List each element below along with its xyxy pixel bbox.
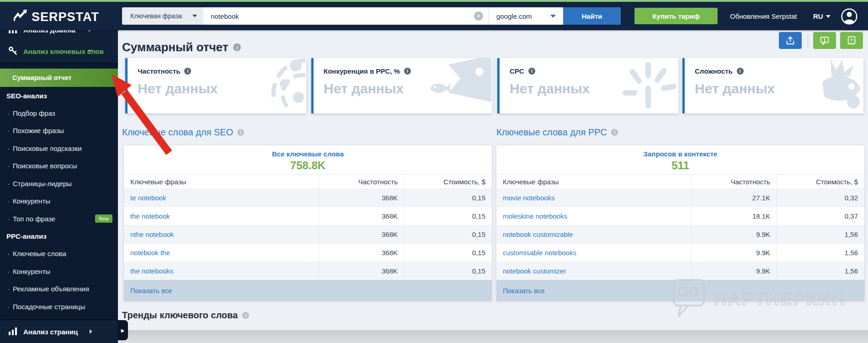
sidebar-item-label: Рекламные объявления [13,285,89,293]
sidebar-item-page-analysis[interactable]: Анализ страниц [0,319,118,343]
table-row: moleskine notebooks18.1K0,37 [496,207,864,225]
serpstat-logo[interactable]: SERPSTAT [13,9,99,25]
bullet: · [7,162,10,170]
sidebar-item[interactable]: ·Похожие фразы [0,122,118,140]
sidebar-item[interactable]: ·Ключевые слова [0,245,118,263]
info-icon[interactable]: i [233,43,241,51]
metric-card: ЧастотностьiНет данных [125,58,306,113]
keyword-phrase-link[interactable]: moleskine notebooks [503,212,567,220]
table-row: nthe notebook368K0,15 [124,225,492,243]
table-row: notebook customizable9.9K1,56 [496,225,864,243]
table-row: notebook customizer9.9K1,56 [496,262,864,280]
keyword-phrase-link[interactable]: the notebook [130,212,170,220]
sidebar-section-title: PPC-анализ [0,228,118,245]
info-icon[interactable]: i [242,312,249,319]
metric-card: СложностьiНет данных [682,58,863,113]
sidebar-item-label: Ключевые слова [13,250,66,257]
keyword-analysis-submenu: Суммарный отчет SEO-анализ·Подбор фраз·П… [0,63,118,319]
frequency-value: 368K [382,249,398,257]
seo-keywords-table: Все ключевые слова758.8KКлючевые фразыЧа… [124,145,492,301]
card-label: Сложность [695,67,733,75]
keyword-phrase-link[interactable]: notebook customizable [503,230,573,238]
main-content: Суммарный отчет i ? ЧастотностьiНет данн… [118,30,868,343]
page-title-row: Суммарный отчет i [122,40,241,54]
card-value: Нет данных [138,81,218,96]
key-icon [8,46,17,57]
buy-plan-button[interactable]: Купить тариф [634,8,718,24]
sidebar-item[interactable]: ·Топ по фразеNew [0,210,118,228]
export-button[interactable] [779,32,802,49]
show-all-link[interactable]: Показать все [130,287,172,295]
table-row: movie notebooks27.1K0,32 [496,188,864,207]
search-engine-dropdown[interactable]: google.com [489,7,563,25]
top-header: SERPSTAT Ключевая фраза ✕ google.com Най… [0,2,868,30]
search-type-label: Ключевая фраза [130,12,182,20]
frequency-value: 9.9K [756,230,770,238]
info-icon[interactable]: i [611,129,618,136]
language-switcher[interactable]: RU [813,12,831,20]
info-icon[interactable]: i [184,68,191,75]
help-button[interactable]: ? [840,32,863,49]
sidebar-item-label: Топ по фразе [13,215,55,223]
search-input[interactable] [203,7,489,25]
sidebar-sections: SEO-анализ·Подбор фраз·Похожие фразы·Пои… [0,87,118,316]
sidebar-item[interactable]: ·Конкуренты [0,263,118,280]
cost-value: 0,37 [845,212,858,220]
keyword-phrase-link[interactable]: notebook the [130,249,170,257]
keyword-phrase-link[interactable]: notebook customizer [503,267,566,275]
search-bar: Ключевая фраза ✕ google.com Найти [122,7,621,25]
sidebar-item-summary-report[interactable]: Суммарный отчет [0,69,118,87]
summary-label-link[interactable]: Все ключевые слова [124,150,492,158]
sidebar-item[interactable]: ·Поисковые вопросы [0,157,118,175]
info-icon[interactable]: i [404,68,411,75]
language-label: RU [813,12,823,20]
card-value: Нет данных [324,81,404,96]
sidebar-item[interactable]: ·Поисковые подсказки [0,139,118,157]
card-label: Частотность [138,67,180,75]
clear-search-icon[interactable]: ✕ [474,11,483,21]
bar-chart-icon [8,327,17,337]
search-type-dropdown[interactable]: Ключевая фраза [122,7,203,25]
info-icon[interactable]: i [528,68,535,75]
bullet: · [7,197,10,205]
profile-avatar[interactable] [841,8,857,25]
bullet: · [7,285,10,293]
sidebar-item-keyword-analysis[interactable]: Анализ ключевых слов [0,42,118,60]
top-accent-strip [0,0,868,2]
cost-value: 0,15 [472,267,485,275]
serpstat-app: SERPSTAT Ключевая фраза ✕ google.com Най… [0,0,868,343]
bullet: · [7,250,10,257]
sidebar-item[interactable]: ·Посадочные страницы [0,298,118,316]
frequency-value: 368K [382,267,398,275]
column-header: Ключевые фразы [124,175,319,188]
seo-section-heading: Ключевые слова для SEO i [122,127,244,138]
serpstat-logo-text: SERPSTAT [32,10,99,24]
metric-card: CPCiНет данных [497,58,678,113]
sidebar-item-label: Конкуренты [13,197,50,205]
column-header: Стоимость, $ [777,175,864,188]
trends-chart-placeholder [118,330,868,343]
keyword-phrase-link[interactable]: movie notebooks [503,194,554,202]
frequency-value: 27.1K [752,194,770,202]
keyword-phrase-link[interactable]: nthe notebook [130,230,174,238]
sidebar-collapse-handle[interactable]: ▶ [117,320,128,340]
search-button[interactable]: Найти [563,7,621,25]
card-value: Нет данных [695,81,775,96]
sidebar-item-label: Посадочные страницы [13,303,85,311]
sidebar-item[interactable]: ·Подбор фраз [0,104,118,122]
sidebar-item[interactable]: ·Страницы-лидеры [0,175,118,193]
feedback-button[interactable] [813,32,836,49]
info-icon[interactable]: i [737,68,744,75]
keyword-phrase-link[interactable]: customisable notebooks [503,249,576,257]
cost-value: 0,15 [472,230,485,238]
summary-label-link[interactable]: Запросов в контексте [496,150,864,158]
ppc-section-title: Ключевые слова для PPC [496,127,607,138]
sidebar-item[interactable]: ·Конкуренты [0,193,118,210]
sidebar-item[interactable]: ·Рекламные объявления [0,280,118,298]
show-all-link[interactable]: Показать все [503,287,545,295]
updates-link[interactable]: Обновления Serpstat [730,12,797,20]
keyword-phrase-link[interactable]: te notebook [130,194,166,202]
keyword-phrase-link[interactable]: the notebooks [130,267,173,275]
info-icon[interactable]: i [237,129,244,136]
svg-text:?: ? [850,37,853,42]
